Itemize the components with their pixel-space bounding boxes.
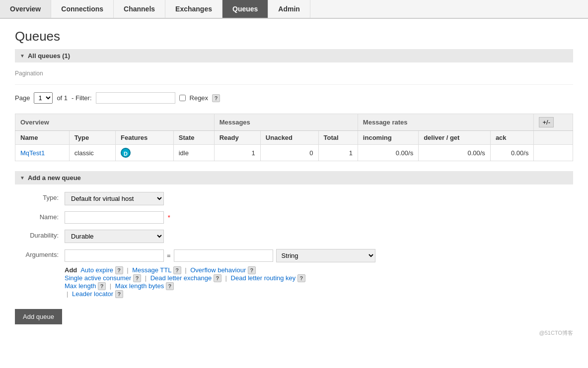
nav-overview[interactable]: Overview xyxy=(0,0,51,18)
all-queues-label: All queues (1) xyxy=(28,52,70,60)
col-unacked: Unacked xyxy=(260,131,318,145)
col-incoming: incoming xyxy=(358,131,418,145)
page-label: Page xyxy=(15,94,30,102)
name-row: Name: * xyxy=(15,211,573,224)
sep1: | xyxy=(127,266,128,274)
sep5: | xyxy=(110,282,111,290)
add-queue-section-header: ▼ Add a new queue xyxy=(15,171,573,184)
auto-expire-link[interactable]: Auto expire xyxy=(80,266,113,274)
arguments-inputs: = StringNumberBoolean xyxy=(65,249,573,262)
type-select[interactable]: Default for virtual hostClassicQuorum xyxy=(65,192,164,205)
regex-label: Regex xyxy=(190,94,209,102)
add-queue-arrow: ▼ xyxy=(20,175,25,181)
pagination-row: Page 1 of 1 - Filter: Regex ? xyxy=(15,92,573,104)
arguments-row-outer: Arguments: = StringNumberBoolean Add Aut… xyxy=(15,249,573,298)
argument-type-select[interactable]: StringNumberBoolean xyxy=(276,249,375,262)
argument-value-input[interactable] xyxy=(174,249,273,262)
message-ttl-link[interactable]: Message TTL xyxy=(132,266,171,274)
of-label: of 1 xyxy=(57,94,68,102)
queue-features: D xyxy=(116,145,174,161)
queue-type: classic xyxy=(69,145,115,161)
plusminus-btn-cell: +/- xyxy=(534,114,573,131)
sep2: | xyxy=(185,266,186,274)
max-length-bytes-help[interactable]: ? xyxy=(166,282,174,290)
queue-table: Overview Messages Message rates +/- Name… xyxy=(15,114,573,161)
sep3: | xyxy=(145,274,147,282)
col-extra xyxy=(534,131,573,145)
durability-row: Durability: DurableTransient xyxy=(15,230,573,243)
nav-channels[interactable]: Channels xyxy=(114,0,165,18)
durability-select[interactable]: DurableTransient xyxy=(65,230,164,243)
required-star: * xyxy=(168,214,170,221)
max-length-link[interactable]: Max length xyxy=(65,282,96,290)
dead-letter-exchange-help[interactable]: ? xyxy=(214,274,221,282)
single-active-consumer-link[interactable]: Single active consumer xyxy=(65,274,131,282)
col-state: State xyxy=(173,131,214,145)
sep6: | xyxy=(67,290,68,298)
col-header-row: Name Type Features State Ready Unacked T… xyxy=(15,131,573,145)
name-label: Name: xyxy=(15,211,65,221)
queue-unacked: 0 xyxy=(260,145,318,161)
dead-letter-routing-key-help[interactable]: ? xyxy=(297,274,305,282)
dead-letter-routing-key-link[interactable]: Dead letter routing key xyxy=(231,274,296,282)
single-active-consumer-help[interactable]: ? xyxy=(133,274,141,282)
col-ack: ack xyxy=(490,131,534,145)
message-ttl-help[interactable]: ? xyxy=(173,266,181,274)
group-overview: Overview xyxy=(15,114,215,131)
col-ready: Ready xyxy=(214,131,260,145)
nav-queues[interactable]: Queues xyxy=(222,0,268,18)
leader-locator-help[interactable]: ? xyxy=(115,290,123,298)
equals-sign: = xyxy=(167,252,171,259)
durability-label: Durability: xyxy=(15,230,65,239)
arguments-control: = StringNumberBoolean Add Auto expire ? … xyxy=(65,249,573,298)
overflow-behaviour-link[interactable]: Overflow behaviour xyxy=(190,266,246,274)
queue-incoming: 0.00/s xyxy=(358,145,418,161)
type-control: Default for virtual hostClassicQuorum xyxy=(65,192,573,205)
name-control: * xyxy=(65,211,573,224)
col-group-row: Overview Messages Message rates +/- xyxy=(15,114,573,131)
watermark: @51CTO博客 xyxy=(15,329,573,337)
auto-expire-help[interactable]: ? xyxy=(115,266,123,274)
plusminus-button[interactable]: +/- xyxy=(539,117,554,127)
argument-key-input[interactable] xyxy=(65,249,164,262)
queue-table-wrapper: Overview Messages Message rates +/- Name… xyxy=(15,114,573,161)
queue-name[interactable]: MqTest1 xyxy=(15,145,70,161)
regex-checkbox[interactable] xyxy=(179,95,186,101)
pagination-label: Pagination xyxy=(15,70,573,77)
durability-control: DurableTransient xyxy=(65,230,573,243)
nav-connections[interactable]: Connections xyxy=(51,0,114,18)
queue-ack: 0.00/s xyxy=(490,145,534,161)
nav-admin[interactable]: Admin xyxy=(268,0,310,18)
overflow-behaviour-help[interactable]: ? xyxy=(248,266,256,274)
queue-name-link[interactable]: MqTest1 xyxy=(20,149,45,157)
add-label: Add xyxy=(65,266,77,274)
queue-total: 1 xyxy=(318,145,358,161)
filter-label: - Filter: xyxy=(72,94,91,102)
all-queues-section-header: ▼ All queues (1) xyxy=(15,49,573,62)
sep4: | xyxy=(225,274,227,282)
type-row: Type: Default for virtual hostClassicQuo… xyxy=(15,192,573,205)
arguments-label: Arguments: xyxy=(15,249,65,258)
queue-deliver-get: 0.00/s xyxy=(419,145,491,161)
dead-letter-exchange-link[interactable]: Dead letter exchange xyxy=(150,274,212,282)
leader-locator-link[interactable]: Leader locator xyxy=(72,290,113,298)
regex-help[interactable]: ? xyxy=(212,94,220,102)
queue-table-body: MqTest1 classic D idle 1 0 1 0.00/s 0.00… xyxy=(15,145,573,161)
add-queue-label: Add a new queue xyxy=(28,174,81,182)
add-queue-button[interactable]: Add queue xyxy=(15,309,62,324)
name-input[interactable] xyxy=(65,211,164,224)
section-arrow: ▼ xyxy=(20,53,25,59)
table-row: MqTest1 classic D idle 1 0 1 0.00/s 0.00… xyxy=(15,145,573,161)
group-messages: Messages xyxy=(214,114,358,131)
page-select[interactable]: 1 xyxy=(34,92,53,104)
max-length-bytes-link[interactable]: Max length bytes xyxy=(115,282,164,290)
max-length-help[interactable]: ? xyxy=(98,282,106,290)
type-label: Type: xyxy=(15,192,65,201)
add-queue-form: Type: Default for virtual hostClassicQuo… xyxy=(15,192,573,324)
filter-input[interactable] xyxy=(96,92,175,104)
col-type: Type xyxy=(69,131,115,145)
queue-extra xyxy=(534,145,573,161)
nav-exchanges[interactable]: Exchanges xyxy=(165,0,222,18)
group-message-rates: Message rates xyxy=(358,114,534,131)
add-links: Add Auto expire ? | Message TTL ? | Over… xyxy=(65,266,573,298)
